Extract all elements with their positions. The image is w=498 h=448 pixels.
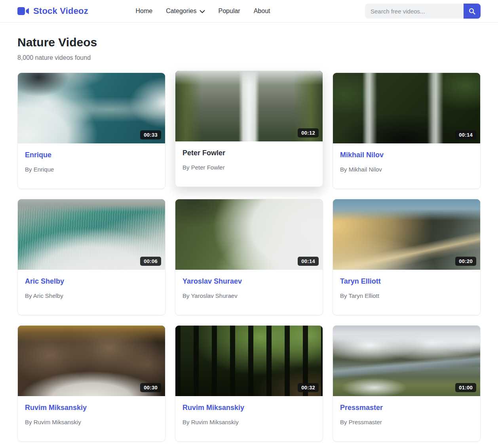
- video-card[interactable]: 00:06 Aric Shelby By Aric Shelby: [17, 199, 165, 315]
- video-card-body: Taryn Elliott By Taryn Elliott: [333, 270, 480, 315]
- video-thumbnail[interactable]: 00:32: [175, 326, 323, 396]
- video-card-body: Pressmaster By Pressmaster: [333, 396, 480, 441]
- video-thumbnail[interactable]: 00:30: [18, 326, 165, 396]
- video-thumbnail[interactable]: 00:12: [175, 71, 323, 141]
- nav-item-label: About: [254, 8, 270, 15]
- video-byline: By Mikhail Nilov: [340, 166, 473, 173]
- video-author-link[interactable]: Ruvim Miksanskiy: [182, 404, 244, 412]
- duration-badge: 00:06: [140, 257, 161, 266]
- video-byline: By Yaroslav Shuraev: [182, 292, 316, 299]
- duration-badge: 00:30: [140, 383, 161, 392]
- nav-item-categories[interactable]: Categories: [166, 8, 205, 15]
- video-grid: 00:33 Enrique By Enrique 00:12 Peter Fow…: [17, 72, 481, 442]
- results-count: 8,000 nature videos found: [17, 54, 481, 61]
- page-title: Nature Videos: [17, 36, 481, 49]
- site-header: Stock Videoz HomeCategoriesPopularAbout: [0, 0, 498, 23]
- nav-item-about[interactable]: About: [254, 8, 270, 15]
- video-author-link[interactable]: Aric Shelby: [25, 277, 64, 286]
- video-thumbnail[interactable]: 01:00: [333, 326, 480, 396]
- video-thumbnail[interactable]: 00:14: [333, 73, 480, 143]
- video-card-body: Enrique By Enrique: [18, 143, 165, 189]
- nav-item-label: Categories: [166, 8, 196, 15]
- video-byline: By Enrique: [25, 166, 158, 173]
- video-card-body: Mikhail Nilov By Mikhail Nilov: [333, 143, 480, 189]
- video-author-link[interactable]: Pressmaster: [340, 404, 383, 412]
- main-content: Nature Videos 8,000 nature videos found …: [17, 36, 481, 442]
- brand-logo[interactable]: Stock Videoz: [17, 6, 88, 16]
- video-author-link[interactable]: Taryn Elliott: [340, 277, 381, 286]
- duration-badge: 00:14: [298, 257, 319, 266]
- main-nav: HomeCategoriesPopularAbout: [135, 8, 270, 15]
- duration-badge: 01:00: [455, 383, 476, 392]
- search-bar: [365, 4, 481, 19]
- duration-badge: 00:33: [140, 130, 161, 139]
- brand-name: Stock Videoz: [33, 6, 88, 16]
- video-author-link[interactable]: Ruvim Miksanskiy: [25, 404, 87, 412]
- video-author-link[interactable]: Peter Fowler: [182, 149, 225, 157]
- nav-item-popular[interactable]: Popular: [219, 8, 240, 15]
- video-thumbnail[interactable]: 00:20: [333, 199, 480, 270]
- video-thumbnail[interactable]: 00:33: [18, 73, 165, 143]
- video-byline: By Aric Shelby: [25, 292, 158, 299]
- video-card[interactable]: 00:20 Taryn Elliott By Taryn Elliott: [333, 199, 481, 315]
- video-card-body: Aric Shelby By Aric Shelby: [18, 270, 165, 315]
- nav-item-label: Home: [135, 8, 152, 15]
- video-card[interactable]: 00:32 Ruvim Miksanskiy By Ruvim Miksansk…: [175, 325, 323, 442]
- video-card-body: Ruvim Miksanskiy By Ruvim Miksanskiy: [175, 396, 323, 441]
- duration-badge: 00:12: [298, 128, 319, 137]
- search-input[interactable]: [365, 4, 464, 19]
- video-card[interactable]: 01:00 Pressmaster By Pressmaster: [333, 325, 481, 442]
- search-button[interactable]: [464, 4, 481, 19]
- nav-item-label: Popular: [219, 8, 240, 15]
- duration-badge: 00:32: [298, 383, 319, 392]
- video-byline: By Taryn Elliott: [340, 292, 473, 299]
- video-thumbnail[interactable]: 00:06: [18, 199, 165, 270]
- search-icon: [469, 8, 475, 15]
- video-card-body: Ruvim Miksanskiy By Ruvim Miksanskiy: [18, 396, 165, 441]
- video-card-body: Yaroslav Shuraev By Yaroslav Shuraev: [175, 270, 323, 315]
- video-author-link[interactable]: Mikhail Nilov: [340, 151, 384, 159]
- video-byline: By Pressmaster: [340, 419, 473, 425]
- nav-item-home[interactable]: Home: [135, 8, 152, 15]
- video-byline: By Peter Fowler: [182, 164, 316, 171]
- video-card[interactable]: 00:14 Yaroslav Shuraev By Yaroslav Shura…: [175, 199, 323, 315]
- video-card[interactable]: 00:12 Peter Fowler By Peter Fowler: [175, 71, 323, 187]
- duration-badge: 00:20: [455, 257, 476, 266]
- video-byline: By Ruvim Miksanskiy: [25, 419, 158, 425]
- video-card[interactable]: 00:33 Enrique By Enrique: [17, 72, 165, 189]
- video-author-link[interactable]: Enrique: [25, 151, 51, 159]
- video-card-body: Peter Fowler By Peter Fowler: [175, 141, 323, 187]
- video-card[interactable]: 00:14 Mikhail Nilov By Mikhail Nilov: [333, 72, 481, 189]
- video-thumbnail[interactable]: 00:14: [175, 199, 323, 270]
- video-byline: By Ruvim Miksanskiy: [182, 419, 316, 425]
- video-camera-icon: [17, 7, 29, 15]
- chevron-down-icon: [200, 10, 205, 13]
- video-card[interactable]: 00:30 Ruvim Miksanskiy By Ruvim Miksansk…: [17, 325, 165, 442]
- duration-badge: 00:14: [455, 130, 476, 139]
- video-author-link[interactable]: Yaroslav Shuraev: [182, 277, 242, 286]
